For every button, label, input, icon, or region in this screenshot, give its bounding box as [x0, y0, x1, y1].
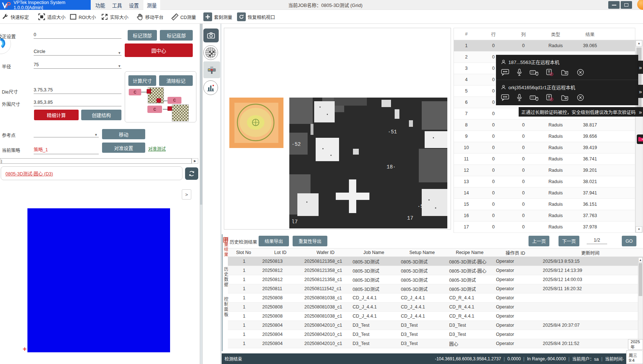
table-cell: D3_Test [398, 332, 446, 337]
table-row[interactable]: 120250808202508081038_c1CD_J_4.4.1CD_J_4… [228, 293, 643, 303]
file-transfer-icon[interactable] [561, 94, 569, 101]
table-row[interactable]: 1500Raduis36.151 [454, 199, 635, 210]
table-row[interactable]: 120250808202508081038_c1CD_J_4.4.1CD_J_4… [228, 312, 643, 321]
calc-size-button[interactable]: 计算尺寸 [128, 75, 156, 86]
table-row[interactable]: 1600Raduis37.763 [454, 210, 635, 221]
roi-size-button[interactable]: ROI大小 [69, 12, 96, 22]
chat-icon[interactable] [501, 94, 509, 101]
move-button[interactable]: 移动 [102, 129, 145, 139]
next-page-button[interactable]: 下一页 [559, 236, 579, 246]
expand-panel-button[interactable]: > [182, 189, 191, 200]
minimize-button[interactable] [608, 1, 620, 9]
table-row[interactable]: 120250804202508042010_c1D3_TestD3_TestD3… [228, 330, 643, 339]
statistics-button[interactable] [203, 80, 218, 95]
chevron-down-icon[interactable]: ▼ [94, 133, 98, 137]
microphone-icon[interactable] [517, 69, 522, 76]
notification-expand-chevron[interactable]: » [638, 61, 643, 74]
shape-select[interactable]: Circle [34, 49, 121, 56]
table-row[interactable]: 800Raduis38.817 [454, 120, 635, 131]
correction-value-field[interactable]: 0 [34, 32, 121, 39]
fine-calc-button[interactable]: 精细计算 [34, 110, 79, 120]
move-stage-button[interactable]: 移动平台 [136, 12, 163, 22]
file-transfer-icon[interactable] [561, 69, 569, 76]
clear-marks-button[interactable]: 清除标记 [159, 75, 193, 86]
text-blocked-icon[interactable] [546, 69, 553, 76]
chevron-down-icon[interactable]: ▼ [118, 51, 121, 55]
menu-settings[interactable]: 设置 [127, 0, 141, 10]
cd-measure-button[interactable]: CD测量 [171, 12, 196, 22]
quick-calibration-button[interactable]: 快速标定 [1, 12, 29, 22]
die-map-canvas[interactable] [27, 208, 170, 352]
table-row[interactable]: 120250804202508042010_c1D3_TestD3_TestD3… [228, 321, 643, 330]
mark-bottom-button[interactable]: 标记底部 [160, 30, 193, 41]
ref-point-select[interactable] [34, 132, 99, 137]
table-row[interactable]: 1700Raduis37.978 [454, 221, 635, 233]
banner-expand-chevron[interactable]: » [638, 107, 643, 117]
input-control-icon[interactable] [530, 94, 538, 101]
circle-center-button[interactable]: 圆中心 [125, 43, 193, 57]
table-row[interactable]: 1000Raduis39.419 [454, 142, 635, 153]
input-control-icon[interactable] [530, 69, 538, 76]
microphone-icon[interactable] [517, 94, 522, 101]
recipe-path-input[interactable]: | [0, 158, 192, 164]
align-settings-button[interactable]: 对准设置 [102, 143, 145, 153]
camera-capture-button[interactable] [203, 29, 219, 42]
page-indicator[interactable]: 1/2 [587, 238, 607, 244]
table-row[interactable]: 120250808202508081038_c1CD_J_4.4.1CD_J_4… [228, 303, 643, 312]
table-cell: Raduis [539, 224, 572, 230]
restore-view-icon [237, 12, 246, 21]
stage-control-button[interactable] [203, 61, 220, 78]
menu-function[interactable]: 功能 [93, 0, 108, 10]
table-row[interactable]: 1200Raduis39.201 [454, 165, 635, 176]
go-page-button[interactable]: GO [622, 236, 636, 246]
scroll-up-arrow[interactable]: ▲ [636, 40, 642, 46]
fit-size-button[interactable]: 适应大小 [38, 12, 65, 22]
scroll-down-arrow[interactable]: ▼ [636, 226, 642, 232]
menu-tools[interactable]: 工具 [110, 0, 124, 10]
close-session-icon[interactable] [577, 94, 584, 101]
scroll-up-arrow[interactable]: ▲ [638, 257, 643, 262]
notification-expand-chevron[interactable]: » [638, 85, 643, 98]
restore-camera-view-button[interactable]: 恢复相机视口 [237, 12, 275, 22]
chat-icon[interactable] [501, 69, 509, 76]
outer-size-field[interactable]: 3.85,3.85 [34, 100, 121, 106]
die-size-field[interactable]: 3.75,3.75 [34, 87, 121, 94]
actual-size-button[interactable]: 实际大小 [101, 12, 128, 22]
panel-scrollbar[interactable] [200, 24, 203, 364]
table-row[interactable]: 120250812202508121358_c10805-3D测试0805-3D… [228, 266, 643, 275]
table-row[interactable]: 1100Raduis36.741 [454, 153, 635, 165]
text-blocked-icon[interactable] [546, 94, 553, 101]
mark-top-button[interactable]: 标记顶部 [128, 30, 157, 41]
table-row[interactable]: 120250812202508121358_c10805-3D测试0805-3D… [228, 275, 643, 284]
file-transfer-popup-tab[interactable] [637, 134, 643, 144]
maximize-button[interactable] [621, 1, 632, 9]
strategy-field[interactable]: 策略_1 [34, 146, 99, 154]
table-row[interactable]: 120250804202508042010_c1D3_TestD3_Test圆心… [228, 339, 643, 348]
table-row[interactable]: 1300Raduis38.021 [454, 176, 635, 187]
table-row[interactable]: 100Raduis39.065 [454, 40, 635, 52]
sync-recipe-button[interactable] [185, 167, 198, 180]
table-cell: 20250812 [259, 268, 301, 273]
track-right-arrow[interactable]: ▶ [192, 158, 198, 164]
table-row[interactable]: 120250813202508121358_c10805-3D测试0805-3D… [228, 257, 643, 266]
radius-select[interactable]: 75 [34, 62, 121, 69]
export-repeatability-button[interactable]: 重复性导出 [293, 236, 327, 246]
wafer-map-button[interactable] [203, 45, 218, 60]
table-row[interactable]: 900Raduis39.656 [454, 131, 635, 142]
recipe-link[interactable]: 0805-3D测试-圆心 (D3) [5, 170, 53, 177]
history-scrollbar[interactable]: ▲ [638, 257, 643, 348]
close-session-icon[interactable] [577, 69, 584, 76]
prev-page-button[interactable]: 上一页 [529, 236, 549, 246]
create-structure-button[interactable]: 创建结构 [81, 110, 121, 120]
chevron-down-icon[interactable]: ▼ [118, 64, 121, 68]
table-row[interactable]: 120250811202508111542_c10805-3D测试0805-3D… [228, 284, 643, 293]
overlay-measure-button[interactable]: 套刻测量 [203, 12, 232, 22]
table-row[interactable]: 1400Raduis37.941 [454, 187, 635, 199]
scrollbar-thumb[interactable] [639, 263, 642, 296]
table-cell: CD_J_4.4.1 [398, 314, 446, 319]
camera-view[interactable]: ·52 ·51 18· ·51 17 l7 [224, 28, 451, 230]
export-results-button[interactable]: 结果导出 [259, 236, 289, 246]
menu-measure[interactable]: 测量 [143, 0, 160, 10]
table-cell: 20250808 [259, 314, 301, 319]
align-test-link[interactable]: 对准测试 [148, 145, 166, 152]
